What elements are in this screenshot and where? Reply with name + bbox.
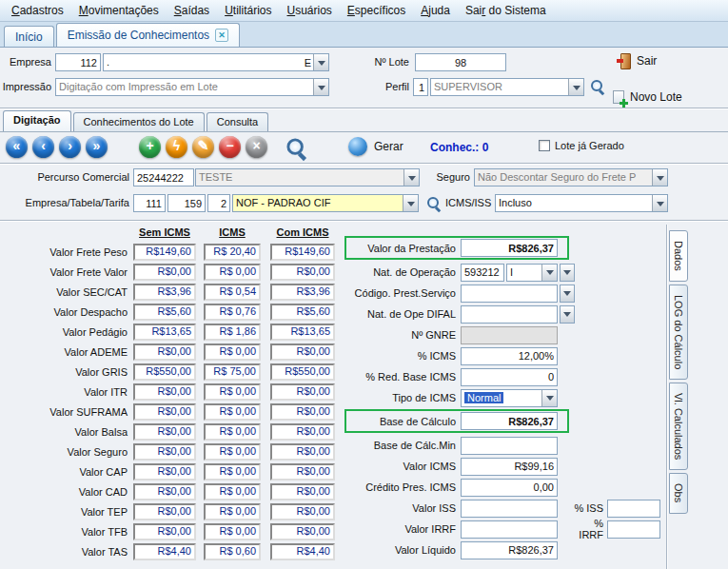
perc-red-base-input[interactable] — [461, 368, 558, 386]
base-calc-min-input[interactable] — [461, 437, 558, 455]
sair-button[interactable]: Sair — [617, 53, 657, 68]
close-tab-icon[interactable]: ✕ — [215, 29, 228, 42]
value-row-label: Valor Frete Valor — [6, 266, 133, 278]
percurso-code-input[interactable] — [133, 168, 194, 186]
nav-last-icon[interactable]: » — [86, 136, 108, 158]
valor-icms-input[interactable] — [461, 458, 558, 476]
field-valor-irrf: Valor IRRF % IRRF — [348, 520, 666, 539]
chevron-down-icon[interactable] — [541, 390, 557, 406]
valor-liquido-input[interactable] — [461, 541, 558, 559]
menu-item-movimenta-es[interactable]: Movimentações — [71, 1, 167, 20]
lote-gerado-checkbox[interactable]: Lote já Gerado — [539, 140, 624, 151]
perc-icms-input[interactable] — [461, 347, 558, 365]
gerar-button-label: Gerar — [374, 140, 403, 153]
menu-item-espec-ficos[interactable]: Específicos — [340, 1, 413, 20]
nav-next-icon[interactable]: › — [59, 136, 81, 158]
perfil-code-input[interactable] — [413, 78, 428, 96]
empresa-combo[interactable]: . E — [103, 53, 329, 71]
tarifa-combo[interactable]: NOF - PADRAO CIF — [232, 194, 419, 212]
nat-difal-dropdown[interactable] — [560, 305, 575, 324]
menu-item-sair-do-sistema[interactable]: Sair do Sistema — [458, 1, 554, 20]
percurso-row: Percurso Comercial TESTE Seguro Não Desc… — [0, 168, 728, 189]
nav-prev-icon[interactable]: ‹ — [32, 136, 54, 158]
valor-prestacao-label: Valor da Prestação — [348, 243, 461, 254]
tarifa-tarifa-input[interactable] — [207, 194, 230, 212]
percurso-combo[interactable]: TESTE — [195, 168, 420, 186]
subtab-digita-o[interactable]: Digitação — [3, 110, 71, 131]
menu-item-cadastros[interactable]: Cadastros — [4, 1, 71, 20]
chevron-down-icon[interactable] — [313, 79, 328, 95]
value-com-icms: R$149,60 — [270, 244, 335, 261]
lote-input[interactable] — [415, 53, 506, 71]
table-row: Valor TFBR$0,00R$ 0,00R$0,00 — [6, 521, 335, 541]
chevron-down-icon[interactable] — [541, 265, 557, 281]
nat-operacao-combo-value: I — [507, 265, 541, 281]
tipo-icms-combo[interactable]: Normal — [461, 389, 558, 407]
tab-emissao-conhecimentos[interactable]: Emissão de Conhecimentos ✕ — [56, 23, 240, 47]
perc-iss-input[interactable] — [607, 500, 660, 518]
novo-lote-button[interactable]: Novo Lote — [613, 90, 682, 104]
chevron-down-icon[interactable] — [652, 195, 667, 211]
field-nat-ope-difal: Nat. de Ope DIFAL — [348, 304, 666, 324]
value-sem-icms: R$0,00 — [133, 423, 196, 441]
seguro-combo[interactable]: Não Descontar Seguro do Frete P — [474, 168, 668, 186]
side-tab-vl-calculados[interactable]: Vl. Calculados — [669, 383, 688, 470]
perfil-combo-value: SUPERVISOR — [431, 79, 568, 95]
valor-prestacao-input[interactable] — [461, 239, 558, 257]
menu-item-usu-rios[interactable]: Usuários — [279, 1, 339, 20]
menu-item-utilit-rios[interactable]: Utilitários — [217, 1, 279, 20]
side-tab-dados[interactable]: Dados — [669, 230, 688, 282]
confirm-icon[interactable]: ϟ — [166, 136, 187, 158]
credito-pres-input[interactable] — [461, 479, 558, 497]
cancel-icon[interactable]: × — [246, 136, 267, 158]
chevron-down-icon[interactable] — [403, 195, 418, 211]
nat-operacao-extra-dropdown[interactable] — [560, 264, 575, 282]
search-button[interactable] — [285, 137, 301, 154]
chevron-down-icon[interactable] — [403, 169, 419, 186]
side-tab-log-do-c-lculo[interactable]: LOG do Cálculo — [669, 284, 688, 380]
value-icms: R$ 1,86 — [204, 324, 261, 341]
add-icon[interactable]: + — [139, 136, 161, 158]
icms-iss-label: ICMS/ISS — [445, 194, 491, 212]
delete-icon[interactable]: − — [219, 136, 241, 158]
base-calculo-input[interactable] — [461, 412, 558, 430]
base-calculo-label: Base de Cálculo — [348, 416, 461, 427]
tipo-icms-label: Tipo de ICMS — [348, 392, 461, 403]
chevron-down-icon[interactable] — [313, 54, 328, 70]
chevron-down-icon[interactable] — [652, 169, 667, 186]
edit-icon[interactable]: ✎ — [192, 136, 214, 158]
valor-iss-input[interactable] — [461, 500, 558, 518]
tarifa-tabela-input[interactable] — [167, 194, 206, 212]
impressao-combo[interactable]: Digitação com Impressão em Lote — [55, 78, 329, 96]
nat-operacao-code-input[interactable] — [461, 264, 504, 282]
menu-item-sa-das[interactable]: Saídas — [167, 1, 217, 20]
perc-iss-label: % ISS — [567, 502, 607, 514]
value-row-label: Valor TFB — [6, 526, 133, 538]
tarifa-search-icon[interactable] — [426, 196, 442, 211]
perc-irrf-input[interactable] — [607, 520, 660, 539]
side-tab-strip: DadosLOG do CálculoVl. CalculadosObs — [669, 230, 688, 514]
empresa-code-input[interactable] — [55, 53, 101, 71]
perfil-search-icon[interactable] — [590, 79, 605, 94]
menu-item-ajuda[interactable]: Ajuda — [413, 1, 458, 20]
perfil-combo[interactable]: SUPERVISOR — [430, 78, 584, 96]
gerar-button[interactable]: Gerar — [348, 137, 403, 156]
tarifa-empresa-input[interactable] — [133, 194, 166, 212]
nat-operacao-combo[interactable]: I — [506, 264, 558, 282]
value-icms: R$ 0,60 — [204, 543, 261, 560]
subtab-conhecimentos-do-lote[interactable]: Conhecimentos do Lote — [73, 112, 205, 131]
tab-inicio[interactable]: Início — [4, 26, 54, 47]
nat-difal-input[interactable] — [461, 305, 558, 324]
codigo-prest-dropdown[interactable] — [560, 284, 575, 303]
subtab-consulta[interactable]: Consulta — [207, 112, 268, 131]
main-tab-bar: Início Emissão de Conhecimentos ✕ — [0, 22, 728, 48]
side-tab-obs[interactable]: Obs — [669, 473, 688, 513]
nav-first-icon[interactable]: « — [6, 136, 28, 158]
chevron-down-icon[interactable] — [568, 79, 583, 95]
codigo-prest-input[interactable] — [461, 284, 558, 303]
valor-irrf-input[interactable] — [461, 520, 558, 539]
value-icms: R$ 0,00 — [204, 483, 261, 500]
gnre-label: Nº GNRE — [348, 329, 461, 341]
icms-iss-combo[interactable]: Incluso — [495, 194, 668, 212]
value-row-label: Valor Seguro — [6, 446, 133, 458]
